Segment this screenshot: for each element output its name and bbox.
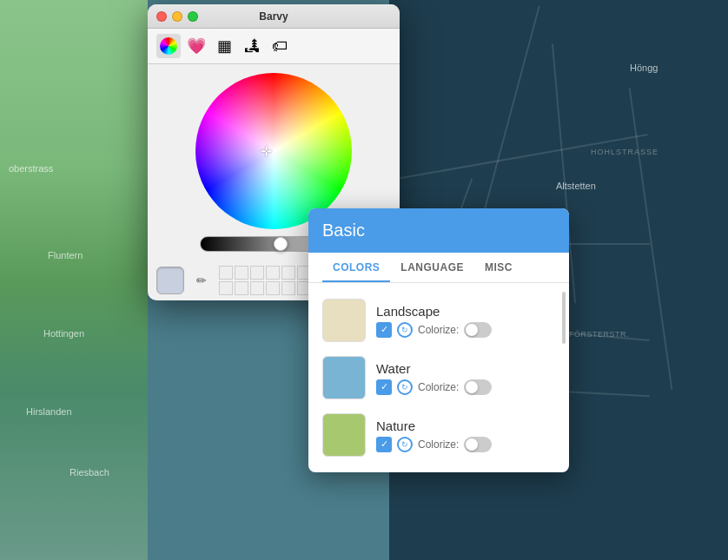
water-colorize-toggle[interactable] — [464, 379, 492, 395]
slider-thumb — [274, 237, 288, 251]
color-cell[interactable] — [281, 266, 295, 280]
basic-panel-title: Basic — [322, 221, 555, 240]
color-cell[interactable] — [219, 266, 233, 280]
maximize-button[interactable] — [188, 11, 198, 22]
image-toolbar-icon[interactable]: 🏞 — [240, 34, 264, 58]
window-titlebar: Barvy — [148, 4, 400, 29]
landscape-colorize-toggle[interactable] — [464, 322, 492, 338]
tab-colors[interactable]: COLORS — [322, 253, 390, 282]
tab-misc[interactable]: MISC — [474, 253, 523, 282]
landscape-color-info: Landscape ✓ ↻ Colorize: — [376, 304, 555, 338]
color-wheel-icon — [160, 37, 177, 55]
color-row-water: Water ✓ ↻ Colorize: — [308, 349, 569, 406]
label-toolbar-icon[interactable]: 🏷 — [268, 34, 292, 58]
nature-refresh-icon[interactable]: ↻ — [397, 437, 413, 452]
color-cell[interactable] — [235, 281, 248, 295]
landscape-refresh-icon[interactable]: ↻ — [397, 322, 413, 338]
nature-color-info: Nature ✓ ↻ Colorize: — [376, 418, 555, 452]
scrollbar[interactable] — [562, 292, 566, 344]
water-color-info: Water ✓ ↻ Colorize: — [376, 361, 555, 395]
water-color-name: Water — [376, 361, 555, 376]
color-wheel[interactable]: ✛ — [195, 73, 352, 229]
landscape-colorize-label: Colorize: — [418, 324, 459, 336]
nature-colorize-toggle[interactable] — [464, 437, 492, 452]
color-wheel-toolbar-icon[interactable] — [156, 34, 181, 58]
color-cell[interactable] — [266, 281, 280, 295]
water-color-thumb[interactable] — [322, 356, 366, 399]
nature-colorize-label: Colorize: — [418, 438, 459, 451]
color-cell[interactable] — [235, 266, 248, 280]
basic-settings-panel: Basic COLORS LANGUAGE MISC Landscape ✓ ↻… — [308, 208, 569, 472]
nature-color-name: Nature — [376, 418, 555, 433]
basic-panel-header: Basic — [308, 208, 569, 253]
window-title: Barvy — [259, 10, 288, 23]
landscape-color-controls: ✓ ↻ Colorize: — [376, 322, 555, 338]
color-cell[interactable] — [250, 281, 264, 295]
colors-list: Landscape ✓ ↻ Colorize: Water ✓ ↻ Colori… — [308, 283, 569, 472]
nature-check-icon[interactable]: ✓ — [376, 437, 392, 452]
window-toolbar: 💗 ▦ 🏞 🏷 — [148, 29, 400, 64]
landscape-color-name: Landscape — [376, 304, 555, 319]
color-cell[interactable] — [219, 281, 233, 295]
eyedropper-button[interactable]: ✏ — [191, 270, 212, 291]
water-color-controls: ✓ ↻ Colorize: — [376, 379, 555, 395]
nature-color-thumb[interactable] — [322, 413, 366, 457]
palette-toolbar-icon[interactable]: 💗 — [184, 34, 208, 58]
landscape-check-icon[interactable]: ✓ — [376, 322, 392, 338]
water-refresh-icon[interactable]: ↻ — [397, 379, 413, 395]
map-green-area — [0, 0, 148, 560]
water-check-icon[interactable]: ✓ — [376, 379, 392, 395]
grid-toolbar-icon[interactable]: ▦ — [212, 34, 236, 58]
window-controls — [156, 11, 198, 22]
basic-tabs: COLORS LANGUAGE MISC — [308, 253, 569, 283]
color-cell[interactable] — [266, 266, 280, 280]
selected-color-swatch[interactable] — [156, 267, 184, 294]
crosshair: ✛ — [261, 143, 272, 160]
color-row-nature: Nature ✓ ↻ Colorize: — [308, 406, 569, 464]
color-row-landscape: Landscape ✓ ↻ Colorize: — [308, 292, 569, 349]
color-cell[interactable] — [250, 266, 264, 280]
landscape-color-thumb[interactable] — [322, 299, 366, 342]
close-button[interactable] — [156, 11, 167, 22]
nature-color-controls: ✓ ↻ Colorize: — [376, 437, 555, 452]
color-cell[interactable] — [281, 281, 295, 295]
tab-language[interactable]: LANGUAGE — [390, 253, 474, 282]
minimize-button[interactable] — [172, 11, 182, 22]
water-colorize-label: Colorize: — [418, 381, 459, 393]
